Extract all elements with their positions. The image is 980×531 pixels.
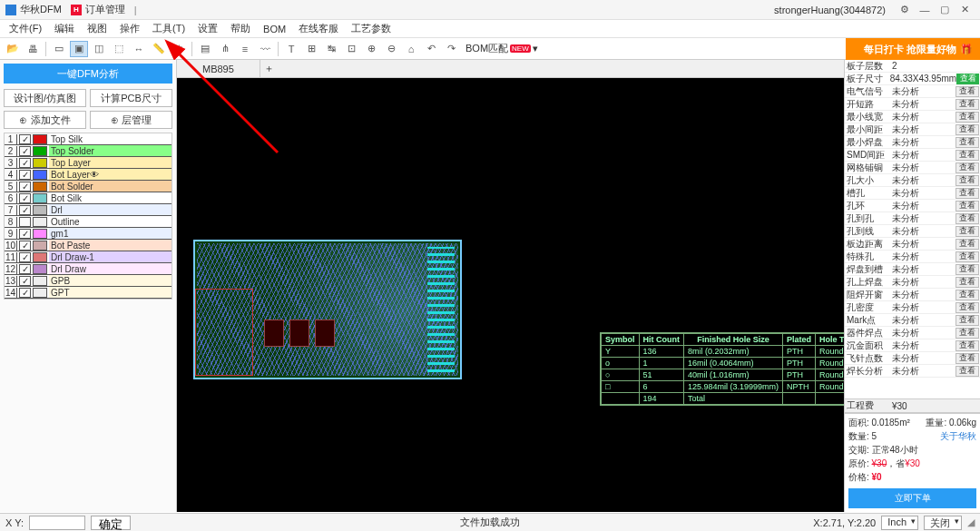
menu-edit[interactable]: 编辑 — [49, 22, 80, 35]
menu-settings[interactable]: 设置 — [192, 22, 223, 35]
menu-tools[interactable]: 工具(T) — [147, 22, 191, 35]
prop-view-button[interactable]: 查看 — [956, 328, 979, 339]
layer-row[interactable]: 13 ✓ GPB — [5, 275, 172, 287]
xy-input[interactable] — [29, 516, 85, 530]
layer-color-swatch[interactable] — [33, 241, 47, 251]
layer-row[interactable]: 6 ✓ Bot Silk — [5, 192, 172, 204]
layer-color-swatch[interactable] — [33, 217, 47, 227]
prop-view-button[interactable]: 查看 — [956, 353, 979, 364]
bom-match-button[interactable]: BOM匹配 NEW ▾ — [466, 42, 538, 55]
layer-color-swatch[interactable] — [33, 264, 47, 274]
pcb-viewport[interactable]: SymbolHit CountFinished Hole SizePlatedH… — [177, 78, 844, 512]
prop-view-button[interactable]: 查看 — [956, 315, 979, 326]
prop-view-button[interactable]: 查看 — [956, 226, 979, 237]
pointer-icon[interactable]: ▣ — [70, 41, 88, 57]
prop-view-button[interactable]: 查看 — [956, 277, 979, 288]
zoomout-icon[interactable]: ⊖ — [382, 41, 400, 57]
prop-view-button[interactable]: 查看 — [956, 302, 979, 313]
prop-view-button[interactable]: 查看 — [956, 201, 979, 211]
text-icon[interactable]: T — [282, 41, 300, 57]
promo-banner[interactable]: 每日打卡 抢限量好物 🎁 — [846, 38, 980, 60]
layer-row[interactable]: 10 ✓ Bot Paste — [5, 240, 172, 251]
layer-checkbox[interactable]: ✓ — [19, 252, 31, 262]
layer-color-swatch[interactable] — [33, 193, 47, 203]
prop-view-button[interactable]: 查看 — [956, 124, 979, 135]
select-icon[interactable]: ◫ — [90, 41, 108, 57]
ruler-icon[interactable]: 📏 — [150, 41, 168, 57]
layer-checkbox[interactable]: ✓ — [19, 146, 31, 156]
confirm-button[interactable]: 确定 — [91, 516, 131, 530]
layer-color-swatch[interactable] — [33, 252, 47, 262]
layer-color-swatch[interactable] — [33, 229, 47, 239]
layer-row[interactable]: 4 ✓ Bot Layer 👁 — [5, 169, 172, 181]
prop-view-button[interactable]: 查看 — [956, 366, 979, 377]
layer-checkbox[interactable]: ✓ — [19, 241, 31, 251]
prop-view-button[interactable]: 查看 — [956, 175, 979, 186]
menu-help[interactable]: 帮助 — [225, 22, 256, 35]
settings-icon[interactable]: ⚙ — [895, 2, 915, 18]
menu-view[interactable]: 视图 — [82, 22, 113, 35]
unit-select[interactable]: Inch — [881, 516, 918, 530]
prop-view-button[interactable]: 查看 — [956, 290, 979, 300]
layer-mgmt-button[interactable]: ⊕ 层管理 — [90, 111, 172, 129]
layer-row[interactable]: 12 ✓ Drl Draw — [5, 263, 172, 275]
move-icon[interactable]: ↹ — [322, 41, 340, 57]
prop-view-button[interactable]: 查看 — [956, 99, 979, 110]
about-link[interactable]: 关于华秋 — [940, 430, 976, 443]
layer-checkbox[interactable]: ✓ — [19, 229, 31, 239]
layer-row[interactable]: 1 ✓ Top Silk — [5, 133, 172, 145]
menu-process[interactable]: 工艺参数 — [346, 22, 397, 35]
layer-color-swatch[interactable] — [33, 205, 47, 215]
maximize-button[interactable]: ▢ — [935, 2, 955, 18]
layer-color-swatch[interactable] — [33, 158, 47, 168]
user-label[interactable]: strongerHuang(3044872) — [774, 5, 886, 15]
marquee-icon[interactable]: ⬚ — [110, 41, 128, 57]
open-icon[interactable]: 📂 — [4, 41, 22, 57]
close-select[interactable]: 关闭 — [924, 516, 962, 530]
menu-support[interactable]: 在线客服 — [293, 22, 344, 35]
prop-view-button[interactable]: 查看 — [956, 251, 979, 262]
order-button[interactable]: 立即下单 — [848, 488, 976, 508]
minimize-button[interactable]: — — [915, 2, 935, 18]
prop-view-button[interactable]: 查看 — [956, 239, 979, 250]
prop-view-button[interactable]: 查看 — [956, 137, 979, 148]
layer-checkbox[interactable]: ✓ — [19, 170, 31, 180]
doc-title[interactable]: 订单管理 — [85, 3, 125, 16]
layer-color-swatch[interactable] — [33, 276, 47, 286]
layer-checkbox[interactable]: ✓ — [19, 158, 31, 168]
design-sim-button[interactable]: 设计图/仿真图 — [4, 89, 86, 107]
layer-row[interactable]: 9 ✓ gm1 — [5, 228, 172, 240]
layer-color-swatch[interactable] — [33, 182, 47, 192]
close-button[interactable]: ✕ — [955, 2, 975, 18]
layer-row[interactable]: 5 ✓ Bot Solder — [5, 181, 172, 192]
calc-size-button[interactable]: 计算PCB尺寸 — [90, 89, 172, 107]
crosshair-icon[interactable]: ✶ — [170, 41, 188, 57]
prop-view-button[interactable]: 查看 — [956, 213, 979, 224]
prop-view-button[interactable]: 查看 — [956, 162, 979, 173]
home-icon[interactable]: ⌂ — [402, 41, 420, 57]
zoomin-icon[interactable]: ⊕ — [362, 41, 380, 57]
menu-file[interactable]: 文件(F) — [4, 22, 47, 35]
dfm-analyze-button[interactable]: 一键DFM分析 — [4, 64, 172, 84]
prop-view-button[interactable]: 查看 — [956, 340, 979, 351]
layer-row[interactable]: 8 Outline — [5, 216, 172, 228]
menu-bom[interactable]: BOM — [258, 24, 291, 34]
layer-color-swatch[interactable] — [33, 134, 47, 144]
prop-view-button[interactable]: 查看 — [956, 264, 979, 275]
layer-checkbox[interactable]: ✓ — [19, 205, 31, 215]
measure-icon[interactable]: ↔ — [130, 41, 148, 57]
resize-grip[interactable]: ◢ — [967, 516, 975, 528]
layer-color-swatch[interactable] — [33, 288, 47, 298]
prop-view-button[interactable]: 查看 — [956, 150, 979, 161]
add-file-button[interactable]: ⊕ 添加文件 — [4, 111, 86, 129]
layer-row[interactable]: 11 ✓ Drl Draw-1 — [5, 251, 172, 263]
snap-icon[interactable]: ⊡ — [342, 41, 360, 57]
prop-view-button[interactable]: 查看 — [956, 112, 979, 123]
print-icon[interactable]: 🖶 — [24, 41, 42, 57]
layer-checkbox[interactable]: ✓ — [19, 276, 31, 286]
layer-checkbox[interactable]: ✓ — [19, 182, 31, 192]
layer-checkbox[interactable]: ✓ — [19, 264, 31, 274]
wave-icon[interactable]: 〰 — [256, 41, 274, 57]
add-tab-button[interactable]: ＋ — [260, 62, 279, 75]
layer-checkbox[interactable]: ✓ — [19, 193, 31, 203]
